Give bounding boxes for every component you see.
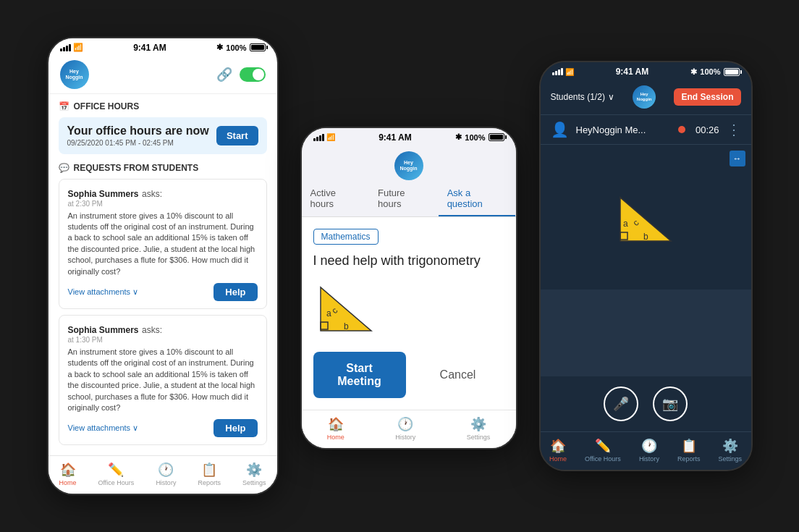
mute-button[interactable]: 🎤 <box>604 387 638 421</box>
signal-icon <box>60 44 71 51</box>
wifi-icon: 📶 <box>73 43 83 52</box>
timestamp-2: at 1:30 PM <box>68 336 258 344</box>
student-name-row-1: Sophia Summers asks: <box>68 187 258 200</box>
start-button[interactable]: Start <box>216 126 258 145</box>
home-icon: 🏠 <box>60 462 76 478</box>
svg-text:b: b <box>643 232 648 242</box>
nav-reports-label: Reports <box>198 479 221 486</box>
signal-icon-mid <box>313 134 324 141</box>
office-hours-title: OFFICE HOURS <box>74 101 140 111</box>
view-attachments-2[interactable]: View attachments ∨ <box>68 423 139 433</box>
mid-nav-home[interactable]: 🏠 Home <box>327 416 344 441</box>
middle-bottom-nav: 🏠 Home 🕐 History ⚙️ Settings <box>302 410 516 448</box>
mid-nav-history-label: History <box>395 434 415 441</box>
student-name-row-2: Sophia Summers asks: <box>68 323 258 336</box>
mid-nav-history[interactable]: 🕐 History <box>395 416 415 441</box>
home-icon-right: 🏠 <box>550 438 566 454</box>
reports-icon: 📋 <box>201 462 217 478</box>
card-footer-1: View attachments ∨ Help <box>68 283 258 301</box>
expand-button[interactable]: ↔ <box>730 151 745 166</box>
timestamp-1: at 2:30 PM <box>68 200 258 208</box>
right-nav-history[interactable]: 🕐 History <box>639 438 659 463</box>
help-button-1[interactable]: Help <box>214 283 257 301</box>
nav-home[interactable]: 🏠 Home <box>59 462 77 486</box>
svg-text:a: a <box>623 219 628 229</box>
requests-header: 💬 REQUESTS FROM STUDENTS <box>59 163 267 173</box>
middle-app-logo: HeyNoggin <box>394 151 423 180</box>
tab-ask-question[interactable]: Ask a question <box>439 180 516 216</box>
signal-icon-right <box>552 68 563 75</box>
view-attachments-1[interactable]: View attachments ∨ <box>68 287 139 297</box>
nav-history-label: History <box>156 479 176 486</box>
request-card-2: Sophia Summers asks: at 1:30 PM An instr… <box>59 315 267 445</box>
video-controls: 🎤 📷 <box>541 376 751 431</box>
mid-nav-home-label: Home <box>327 434 344 441</box>
bluetooth-icon-mid: ✱ <box>455 132 462 142</box>
wifi-icon-right: 📶 <box>565 68 574 76</box>
office-hours-time: 09/25/2020 01:45 PM - 02:45 PM <box>67 139 209 147</box>
student-name-1: Sophia Summers <box>68 189 139 199</box>
app-header: HeyNoggin 🔗 <box>48 56 277 94</box>
triangle-diagram: a b c <box>313 280 504 337</box>
nav-history[interactable]: 🕐 History <box>156 462 176 486</box>
help-button-2[interactable]: Help <box>214 419 257 437</box>
settings-icon-right: ⚙️ <box>722 438 738 454</box>
request-card-1: Sophia Summers asks: at 2:30 PM An instr… <box>59 179 267 309</box>
mid-nav-settings[interactable]: ⚙️ Settings <box>467 416 491 441</box>
office-icon-right: ✏️ <box>595 438 611 454</box>
nav-reports[interactable]: 📋 Reports <box>198 462 221 486</box>
tabs-bar: Active hours Future hours Ask a question <box>302 180 516 217</box>
chat-icon: 💬 <box>59 163 69 173</box>
header-icons: 🔗 <box>216 67 266 83</box>
right-nav-office[interactable]: ✏️ Office Hours <box>585 438 621 463</box>
office-hours-card: Your office hours are now 09/25/2020 01:… <box>59 117 267 154</box>
link-icon[interactable]: 🔗 <box>216 67 232 83</box>
right-nav-reports[interactable]: 📋 Reports <box>677 438 701 463</box>
office-hours-info: Your office hours are now 09/25/2020 01:… <box>67 124 209 147</box>
mic-off-icon: 🎤 <box>613 396 629 412</box>
triangle-video-main: a b c <box>613 190 678 245</box>
office-hours-card-title: Your office hours are now <box>67 124 209 138</box>
battery-icon <box>250 43 266 51</box>
bluetooth-icon: ✱ <box>216 43 223 52</box>
tab-future-hours[interactable]: Future hours <box>369 180 439 216</box>
tab-active-hours[interactable]: Active hours <box>302 180 370 216</box>
nav-office-hours[interactable]: ✏️ Office Hours <box>98 462 135 486</box>
status-time-right: 9:41 AM <box>616 67 649 77</box>
more-options-icon[interactable]: ⋮ <box>727 121 741 138</box>
call-timer: 00:26 <box>696 124 719 135</box>
right-nav-home[interactable]: 🏠 Home <box>549 438 567 463</box>
dialog-buttons: Start Meeting Cancel <box>313 352 504 398</box>
card-footer-2: View attachments ∨ Help <box>68 419 258 437</box>
secondary-video-area <box>541 290 751 376</box>
cancel-button[interactable]: Cancel <box>412 352 504 398</box>
right-nav-office-label: Office Hours <box>585 455 621 463</box>
nav-settings-label: Settings <box>242 479 266 486</box>
question-content: Mathematics I need help with trigonometr… <box>302 217 516 410</box>
right-bottom-nav: 🏠 Home ✏️ Office Hours 🕐 History 📋 Repor… <box>541 431 751 470</box>
session-header: Students (1/2) ∨ HeyNoggin End Session <box>541 80 751 115</box>
right-nav-settings[interactable]: ⚙️ Settings <box>718 438 742 463</box>
left-status-bar: 📶 9:41 AM ✱ 100% <box>48 38 277 56</box>
office-hours-icon: ✏️ <box>108 462 124 478</box>
history-icon: 🕐 <box>158 462 174 478</box>
toggle-switch[interactable] <box>240 67 266 82</box>
battery-percent-mid: 100% <box>465 133 485 142</box>
start-meeting-button[interactable]: Start Meeting <box>313 352 406 398</box>
right-status-bar: 📶 9:41 AM ✱ 100% <box>541 62 751 80</box>
battery-percent: 100% <box>226 43 246 52</box>
request-text-1: An instrument store gives a 10% discount… <box>68 211 258 277</box>
question-text: I need help with trigonometry <box>313 253 504 269</box>
math-badge: Mathematics <box>313 229 379 245</box>
nav-settings[interactable]: ⚙️ Settings <box>242 462 266 486</box>
status-time: 9:41 AM <box>133 43 166 53</box>
battery-icon-right <box>724 68 740 76</box>
chevron-down-icon: ∨ <box>608 92 614 102</box>
camera-button[interactable]: 📷 <box>653 387 688 421</box>
end-session-button[interactable]: End Session <box>674 88 740 106</box>
reports-icon-right: 📋 <box>681 438 697 454</box>
asks-label-2: asks: <box>142 325 162 335</box>
office-hours-header: 📅 OFFICE HOURS <box>59 101 267 111</box>
participant-row: 👤 HeyNoggin Me... 00:26 ⋮ <box>541 115 751 145</box>
svg-text:b: b <box>344 321 349 332</box>
